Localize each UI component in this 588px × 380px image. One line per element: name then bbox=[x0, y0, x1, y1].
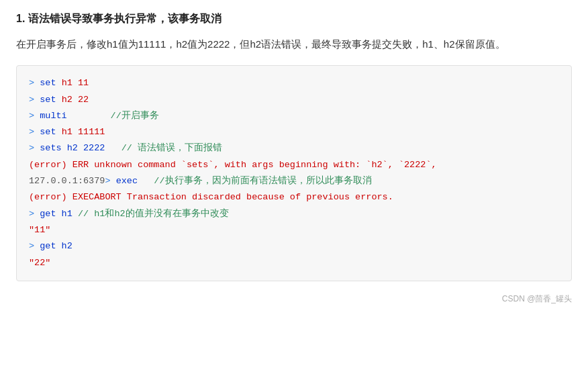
cmd-set-h1: set h1 11 bbox=[40, 78, 89, 88]
prompt-3: > bbox=[29, 111, 40, 121]
cmd-sets-h2: sets h2 2222 bbox=[40, 143, 105, 153]
comment-exec: //执行事务，因为前面有语法错误，所以此事务取消 bbox=[138, 176, 372, 186]
description: 在开启事务后，修改h1值为11111，h2值为2222，但h2语法错误，最终导致… bbox=[16, 36, 572, 53]
comment-sets: // 语法错误，下面报错 bbox=[105, 143, 222, 153]
cmd-multi: multi bbox=[40, 111, 67, 121]
cmd-get-h1: get h1 bbox=[40, 209, 72, 219]
prompt-2: > bbox=[29, 95, 40, 105]
cmd-exec: exec bbox=[116, 176, 138, 186]
code-block: > set h1 11 > set h2 22 > multi //开启事务 >… bbox=[16, 65, 572, 281]
error-line-2: (error) EXECABORT Transaction discarded … bbox=[29, 192, 393, 202]
footer: CSDN @茴香_罐头 bbox=[16, 293, 572, 305]
comment-get-h1: // h1和h2的值并没有在事务中改变 bbox=[72, 209, 229, 219]
heading: 1. 语法错误导致事务执行异常，该事务取消 bbox=[16, 12, 572, 26]
comment-multi: //开启事务 bbox=[67, 111, 159, 121]
prompt-6: > bbox=[29, 209, 40, 219]
prompt-exec: > bbox=[105, 176, 115, 186]
cmd-set-h2: set h2 22 bbox=[40, 95, 89, 105]
output-h2: "22" bbox=[29, 258, 50, 268]
cmd-set-h1-11111: set h1 11111 bbox=[40, 127, 105, 137]
prompt-4: > bbox=[29, 127, 40, 137]
cmd-get-h2: get h2 bbox=[40, 241, 72, 251]
prompt-7: > bbox=[29, 241, 40, 251]
output-h1: "11" bbox=[29, 225, 50, 235]
prompt-5: > bbox=[29, 143, 40, 153]
prompt-1: > bbox=[29, 78, 40, 88]
addr-prompt-exec: 127.0.0.1:6379 bbox=[29, 176, 105, 186]
error-line-1: (error) ERR unknown command `sets`, with… bbox=[29, 160, 437, 170]
